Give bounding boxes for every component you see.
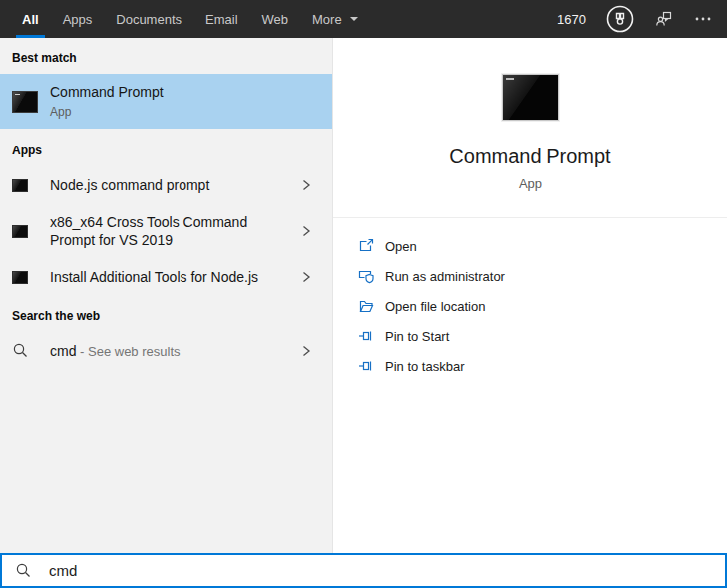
app-preview-header: Command Prompt App bbox=[333, 38, 727, 218]
command-prompt-icon-large bbox=[502, 74, 559, 121]
search-results-pane: Best match Command Prompt App Apps Node.… bbox=[0, 38, 332, 555]
action-label: Open file location bbox=[385, 299, 485, 314]
result-label: Install Additional Tools for Node.js bbox=[50, 268, 287, 286]
tab-all-label: All bbox=[22, 12, 39, 27]
action-label: Run as administrator bbox=[385, 269, 505, 284]
section-search-the-web: Search the web bbox=[0, 296, 332, 332]
best-match-title: Command Prompt bbox=[50, 84, 164, 100]
action-list: Open Run as administrator bbox=[333, 218, 727, 381]
command-prompt-icon bbox=[12, 91, 50, 113]
tab-more[interactable]: More bbox=[300, 0, 371, 38]
folder-icon bbox=[358, 298, 375, 314]
shield-icon bbox=[358, 268, 375, 284]
preview-subtitle: App bbox=[333, 176, 727, 191]
search-query-text: cmd bbox=[49, 562, 77, 579]
best-match-command-prompt[interactable]: Command Prompt App bbox=[0, 74, 332, 129]
chevron-right-icon[interactable] bbox=[300, 270, 312, 284]
result-nodejs-command-prompt[interactable]: Node.js command prompt bbox=[0, 166, 332, 204]
web-query-suffix: - See web results bbox=[76, 344, 180, 359]
open-icon bbox=[358, 238, 375, 254]
terminal-icon bbox=[12, 271, 50, 284]
chevron-right-icon[interactable] bbox=[300, 224, 312, 238]
action-pin-to-taskbar[interactable]: Pin to taskbar bbox=[358, 351, 727, 381]
result-label: x86_x64 Cross Tools Command Prompt for V… bbox=[50, 213, 287, 249]
terminal-icon bbox=[12, 225, 50, 238]
search-icon bbox=[12, 342, 50, 359]
tab-documents-label: Documents bbox=[116, 12, 182, 27]
tab-web[interactable]: Web bbox=[250, 0, 301, 38]
taskbar-search-input[interactable]: cmd bbox=[0, 553, 727, 588]
tab-email[interactable]: Email bbox=[193, 0, 250, 38]
chevron-right-icon[interactable] bbox=[300, 178, 312, 192]
section-best-match: Best match bbox=[0, 38, 332, 74]
web-query: cmd bbox=[50, 343, 76, 359]
result-x86-x64-cross-tools[interactable]: x86_x64 Cross Tools Command Prompt for V… bbox=[0, 204, 332, 258]
rewards-points: 1670 bbox=[557, 12, 586, 27]
chevron-right-icon[interactable] bbox=[300, 344, 312, 358]
action-label: Pin to taskbar bbox=[385, 359, 465, 374]
tab-all[interactable]: All bbox=[10, 0, 51, 38]
action-label: Pin to Start bbox=[385, 329, 449, 344]
chevron-down-icon bbox=[349, 16, 359, 22]
search-icon bbox=[15, 562, 32, 579]
more-options-icon[interactable] bbox=[693, 9, 713, 29]
action-label: Open bbox=[385, 239, 417, 254]
action-pin-to-start[interactable]: Pin to Start bbox=[358, 321, 727, 351]
section-apps: Apps bbox=[0, 129, 332, 166]
result-install-additional-tools[interactable]: Install Additional Tools for Node.js bbox=[0, 258, 332, 296]
preview-pane: Command Prompt App Open bbox=[332, 38, 727, 555]
rewards-medal-icon[interactable] bbox=[605, 4, 635, 34]
best-match-subtitle: App bbox=[50, 105, 164, 119]
tab-email-label: Email bbox=[205, 12, 238, 27]
action-run-as-administrator[interactable]: Run as administrator bbox=[358, 261, 727, 291]
pin-icon bbox=[358, 328, 375, 344]
tab-apps-label: Apps bbox=[63, 12, 93, 27]
action-open[interactable]: Open bbox=[358, 231, 727, 261]
tab-documents[interactable]: Documents bbox=[104, 0, 193, 38]
terminal-icon bbox=[12, 179, 50, 192]
preview-title: Command Prompt bbox=[333, 146, 727, 168]
tab-more-label: More bbox=[312, 12, 342, 27]
feedback-icon[interactable] bbox=[654, 9, 674, 29]
tab-apps[interactable]: Apps bbox=[51, 0, 105, 38]
result-web-search-cmd[interactable]: cmd - See web results bbox=[0, 332, 332, 369]
action-open-file-location[interactable]: Open file location bbox=[358, 291, 727, 321]
pin-icon bbox=[358, 358, 375, 374]
result-label: Node.js command prompt bbox=[50, 176, 287, 194]
search-filter-bar: All Apps Documents Email Web More 1670 bbox=[0, 0, 727, 38]
tab-web-label: Web bbox=[262, 12, 289, 27]
